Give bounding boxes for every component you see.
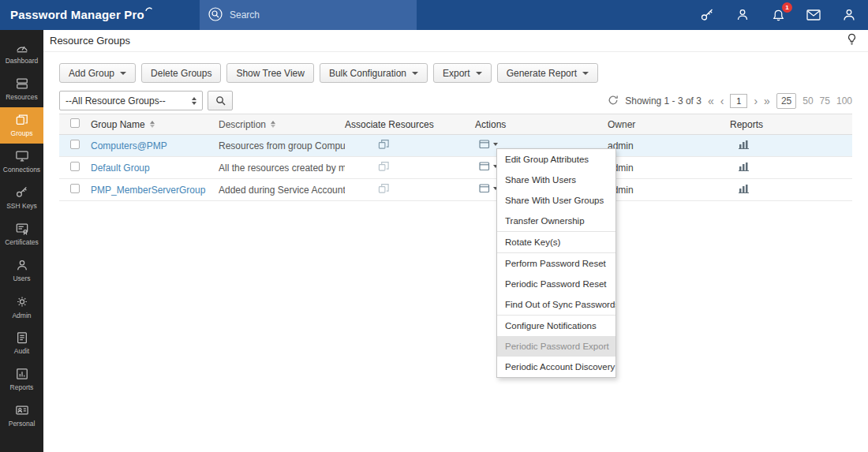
search-icon	[208, 7, 223, 24]
filter-row: --All Resource Groups--	[59, 91, 233, 110]
reports-icon	[15, 368, 29, 380]
associate-resources-icon[interactable]	[378, 161, 390, 172]
first-page-button[interactable]: «	[708, 95, 714, 106]
page-size-50[interactable]: 50	[803, 95, 813, 106]
column-header-owner: Owner	[608, 119, 730, 130]
owner-cell: admin	[608, 162, 730, 174]
sidebar-item-connections[interactable]: Connections	[0, 144, 43, 180]
actions-icon	[479, 184, 491, 193]
group-name-link[interactable]: Default Group	[91, 162, 150, 174]
caret-down-icon	[582, 72, 589, 75]
table-row-computers-pmp[interactable]: Computers@PMP Resources from group Compu…	[59, 135, 852, 157]
password-tools-icon[interactable]	[699, 7, 715, 23]
export-button[interactable]: Export	[433, 63, 492, 83]
next-page-button[interactable]: ›	[754, 95, 758, 106]
actions-menu-trigger[interactable]	[479, 184, 498, 193]
column-header-group-name[interactable]: Group Name	[91, 119, 219, 130]
resource-group-filter-select[interactable]: --All Resource Groups--	[59, 91, 203, 110]
user-sessions-icon[interactable]	[735, 7, 750, 23]
sidebar-item-groups[interactable]: Groups	[0, 107, 43, 144]
actions-menu-trigger[interactable]	[479, 140, 498, 149]
sidebar-item-reports[interactable]: Reports	[0, 361, 43, 398]
reports-chart-icon[interactable]	[739, 140, 750, 149]
group-name-link[interactable]: Computers@PMP	[91, 140, 167, 151]
tips-lightbulb-icon[interactable]	[846, 33, 858, 48]
logo-swirl-icon	[145, 5, 153, 16]
groups-icon	[15, 114, 29, 126]
group-name-link[interactable]: PMP_MemberServerGroup	[91, 185, 205, 196]
page-title-bar: Resource Groups	[43, 30, 868, 52]
column-header-description[interactable]: Description	[219, 119, 345, 130]
page-size-75[interactable]: 75	[820, 95, 830, 106]
global-search-bar[interactable]	[200, 0, 417, 30]
notifications-bell-icon[interactable]: 1	[770, 7, 786, 23]
table-row-pmp-memberservergroup[interactable]: PMP_MemberServerGroup Added during Servi…	[59, 179, 852, 201]
menu-item-rotate-keys[interactable]: Rotate Key(s)	[497, 232, 615, 252]
ssh-keys-icon	[15, 186, 29, 199]
menu-item-perform-password-reset[interactable]: Perform Password Reset	[497, 253, 615, 274]
app-logo[interactable]: Password Manager Pro	[10, 0, 153, 30]
menu-item-share-with-users[interactable]: Share With Users	[497, 170, 615, 190]
search-icon	[215, 95, 226, 106]
show-tree-view-button[interactable]: Show Tree View	[226, 63, 314, 83]
reports-chart-icon[interactable]	[739, 162, 750, 171]
associate-resources-icon[interactable]	[378, 139, 390, 150]
caret-down-icon	[412, 72, 418, 75]
group-description: Added during Service Account...	[219, 185, 345, 196]
column-header-actions: Actions	[475, 119, 608, 130]
group-description: All the resources created by me	[219, 162, 345, 174]
menu-item-find-out-of-sync-passwords[interactable]: Find Out of Sync Passwords	[497, 294, 615, 315]
sidebar-item-dashboard[interactable]: Dashboard	[0, 35, 43, 71]
reports-chart-icon[interactable]	[739, 184, 750, 193]
sidebar-item-audit[interactable]: Audit	[0, 325, 43, 361]
menu-item-edit-group-attributes[interactable]: Edit Group Attributes	[497, 149, 615, 170]
menu-item-periodic-password-reset[interactable]: Periodic Password Reset	[497, 274, 615, 294]
prev-page-button[interactable]: ‹	[720, 95, 724, 106]
sidebar-item-admin[interactable]: Admin	[0, 289, 43, 325]
sidebar-item-users[interactable]: Users	[0, 252, 43, 289]
sidebar-item-personal[interactable]: Personal	[0, 398, 43, 434]
menu-item-share-with-user-groups[interactable]: Share With User Groups	[497, 190, 615, 211]
pagination-bar: Showing 1 - 3 of 3 « ‹ › » 25 50 75 100	[608, 93, 852, 109]
sidebar-item-certificates[interactable]: Certificates	[0, 216, 43, 252]
showing-count-label: Showing 1 - 3 of 3	[625, 95, 702, 106]
add-group-button[interactable]: Add Group	[59, 63, 136, 83]
menu-item-periodic-password-export[interactable]: Periodic Password Export	[497, 336, 615, 357]
caret-down-icon	[120, 72, 126, 75]
table-header-row: Group Name Description Associate Resourc…	[59, 114, 852, 135]
select-arrows-icon	[192, 97, 196, 105]
search-input[interactable]	[230, 9, 395, 21]
sidebar-item-resources[interactable]: Resources	[0, 71, 43, 107]
notification-count-badge: 1	[782, 2, 792, 13]
table-row-default-group[interactable]: Default Group All the resources created …	[59, 157, 852, 179]
sort-icon[interactable]	[271, 121, 275, 128]
delete-groups-button[interactable]: Delete Groups	[141, 63, 221, 83]
mail-icon[interactable]	[806, 7, 821, 23]
personal-icon	[15, 404, 29, 417]
actions-menu-trigger[interactable]	[479, 162, 498, 171]
sort-icon[interactable]	[150, 121, 155, 128]
associate-resources-icon[interactable]	[378, 183, 390, 194]
generate-report-button[interactable]: Generate Report	[497, 63, 598, 83]
menu-item-configure-notifications[interactable]: Configure Notifications	[497, 316, 615, 336]
page-size-100[interactable]: 100	[836, 95, 852, 106]
certificates-icon	[15, 222, 29, 235]
menu-item-transfer-ownership[interactable]: Transfer Ownership	[497, 211, 615, 231]
row-checkbox[interactable]	[70, 162, 80, 171]
row-checkbox[interactable]	[70, 140, 80, 149]
resource-groups-table: Group Name Description Associate Resourc…	[59, 114, 852, 201]
caret-down-icon	[476, 72, 482, 75]
group-description: Resources from group Compu...	[219, 140, 345, 151]
sidebar-item-ssh-keys[interactable]: SSH Keys	[0, 180, 43, 216]
refresh-icon[interactable]	[608, 95, 619, 108]
select-all-checkbox[interactable]	[70, 118, 80, 128]
admin-gear-icon	[15, 295, 29, 308]
profile-icon[interactable]	[841, 7, 857, 23]
row-checkbox[interactable]	[70, 184, 80, 193]
filter-search-button[interactable]	[208, 91, 233, 110]
menu-item-periodic-account-discovery[interactable]: Periodic Account Discovery	[497, 357, 615, 377]
last-page-button[interactable]: »	[764, 95, 770, 106]
bulk-configuration-button[interactable]: Bulk Configuration	[320, 63, 428, 83]
page-number-input[interactable]	[730, 94, 747, 108]
page-size-25[interactable]: 25	[776, 93, 796, 109]
